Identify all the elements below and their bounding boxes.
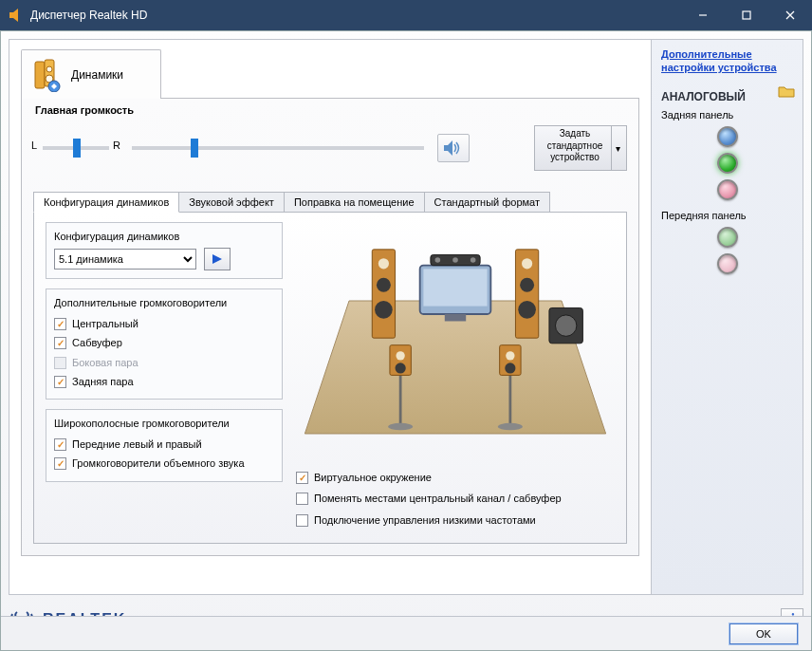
checkbox — [54, 357, 66, 369]
svg-point-19 — [471, 257, 476, 263]
fullrange-speaker-0[interactable]: Передние левый и правый — [54, 435, 274, 454]
play-test-button[interactable] — [204, 248, 231, 270]
optional-speaker-1[interactable]: Сабвуфер — [54, 333, 274, 352]
titlebar: Диспетчер Realtek HD — [0, 0, 812, 30]
speakers-icon — [29, 58, 64, 92]
front-panel-label: Передняя панель — [661, 210, 793, 221]
svg-rect-14 — [423, 269, 487, 306]
maximize-button[interactable] — [725, 0, 768, 30]
speaker-config-label: Конфигурация динамиков — [54, 231, 274, 242]
optional-speaker-2: Боковая пара — [54, 353, 274, 372]
checkbox[interactable] — [54, 318, 66, 330]
svg-point-21 — [378, 258, 389, 269]
set-default-device-button[interactable]: Задать стандартное устройство ▾ — [534, 125, 627, 171]
optional-speakers-group: Дополнительные громкоговорители Централь… — [46, 288, 283, 400]
volume-slider[interactable] — [132, 136, 424, 160]
device-tab-speakers[interactable]: Динамики — [21, 49, 161, 99]
minimize-button[interactable] — [681, 0, 725, 30]
checkbox[interactable] — [296, 514, 308, 527]
config-tab-1[interactable]: Звуковой эффект — [178, 192, 285, 212]
checkbox[interactable] — [296, 493, 308, 505]
env-option-2[interactable]: Подключение управления низкими частотами — [296, 510, 615, 530]
speaker-layout-diagram — [296, 222, 615, 459]
config-tab-3[interactable]: Стандартный формат — [424, 192, 550, 212]
svg-point-38 — [506, 351, 514, 360]
svg-point-17 — [435, 257, 441, 263]
chevron-down-icon: ▾ — [611, 126, 624, 170]
jack-rear-pink[interactable] — [717, 179, 738, 200]
svg-point-36 — [498, 423, 523, 430]
checkbox[interactable] — [54, 438, 66, 451]
svg-point-7 — [46, 66, 52, 72]
svg-rect-2 — [743, 11, 750, 19]
checkbox[interactable] — [54, 457, 66, 470]
svg-point-31 — [388, 423, 413, 430]
svg-point-25 — [522, 258, 532, 269]
config-tab-2[interactable]: Поправка на помещение — [284, 192, 425, 212]
balance-slider[interactable]: L R — [33, 136, 119, 160]
svg-point-18 — [452, 257, 458, 263]
ok-button[interactable]: OK — [729, 623, 798, 644]
optional-speaker-0[interactable]: Центральный — [54, 314, 274, 333]
svg-rect-5 — [35, 62, 45, 88]
speaker-config-select[interactable]: 5.1 динамика — [54, 249, 196, 270]
svg-marker-0 — [9, 9, 18, 22]
close-button[interactable] — [768, 0, 812, 30]
svg-marker-11 — [212, 254, 222, 264]
optional-speaker-3[interactable]: Задняя пара — [54, 372, 274, 391]
svg-rect-15 — [445, 314, 466, 321]
checkbox[interactable] — [296, 472, 308, 484]
folder-icon[interactable] — [778, 84, 795, 98]
analog-section-header: АНАЛОГОВЫЙ — [661, 90, 793, 103]
rear-panel-label: Задняя панель — [661, 109, 793, 121]
checkbox[interactable] — [54, 376, 66, 388]
main-volume-label: Главная громкость — [35, 104, 134, 116]
svg-point-29 — [555, 315, 576, 336]
svg-point-22 — [377, 278, 391, 292]
svg-point-34 — [396, 363, 406, 373]
svg-point-26 — [520, 278, 534, 292]
mute-button[interactable] — [437, 134, 470, 162]
device-tab-label: Динамики — [71, 68, 123, 82]
fullrange-speaker-1[interactable]: Громкоговорители объемного звука — [54, 454, 274, 473]
svg-marker-10 — [444, 140, 452, 156]
checkbox[interactable] — [54, 337, 66, 349]
env-option-0[interactable]: Виртуальное окружение — [296, 467, 615, 488]
svg-point-27 — [518, 301, 536, 319]
window-title: Диспетчер Realtek HD — [30, 9, 681, 22]
jack-rear-green[interactable] — [717, 153, 738, 174]
env-option-1[interactable]: Поменять местами центральный канал / саб… — [296, 488, 615, 509]
balance-right-letter: R — [113, 140, 120, 151]
svg-point-39 — [505, 363, 515, 373]
jack-rear-blue[interactable] — [717, 126, 738, 147]
config-tab-0[interactable]: Конфигурация динамиков — [33, 192, 179, 213]
speaker-config-group: Конфигурация динамиков 5.1 динамика — [46, 222, 283, 279]
advanced-settings-link[interactable]: Дополнительные настройки устройства — [661, 47, 793, 75]
fullrange-speakers-group: Широкополосные громкоговорители Передние… — [46, 409, 283, 482]
balance-left-letter: L — [31, 140, 37, 151]
jack-front-green[interactable] — [717, 227, 738, 248]
svg-point-23 — [375, 301, 393, 319]
jack-front-pink[interactable] — [717, 253, 738, 274]
svg-point-33 — [396, 351, 404, 360]
app-icon — [8, 8, 23, 23]
